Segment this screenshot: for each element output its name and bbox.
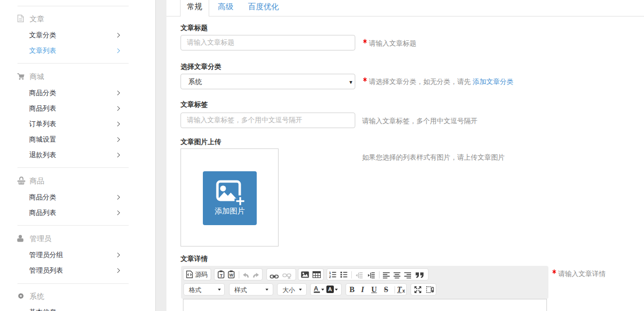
svg-text:A: A [328, 286, 332, 292]
svg-text:1: 1 [329, 271, 331, 275]
svg-text:T: T [220, 273, 223, 278]
svg-text:W: W [229, 273, 233, 278]
svg-text:2: 2 [329, 275, 331, 278]
svg-text:A: A [314, 285, 319, 292]
